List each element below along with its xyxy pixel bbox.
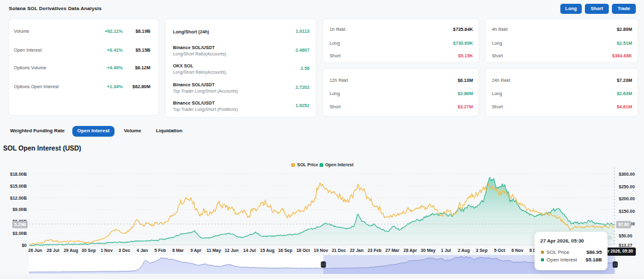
svg-text:11 May: 11 May: [206, 248, 221, 253]
svg-text:14 Jul: 14 Jul: [243, 248, 256, 253]
svg-text:3 Dec: 3 Dec: [119, 248, 131, 253]
svg-text:30 May: 30 May: [421, 248, 435, 253]
svg-text:4 Jan: 4 Jan: [136, 248, 148, 253]
svg-text:$50.00: $50.00: [619, 234, 633, 239]
svg-text:5.29B: 5.29B: [14, 222, 26, 227]
svg-text:2 Aug: 2 Aug: [458, 248, 470, 253]
svg-text:29 Aug: 29 Aug: [64, 248, 78, 253]
svg-text:$250.00: $250.00: [619, 185, 635, 190]
svg-text:$18.00B: $18.00B: [10, 172, 26, 177]
svg-text:15 Aug: 15 Aug: [260, 248, 275, 253]
svg-text:19 Nov: 19 Nov: [314, 248, 328, 253]
svg-text:28 Jul: 28 Jul: [47, 248, 59, 253]
svg-text:30 Sep: 30 Sep: [82, 248, 96, 253]
svg-text:27 Mar: 27 Mar: [386, 248, 399, 253]
svg-text:$9.00B: $9.00B: [13, 207, 27, 212]
svg-text:18 Oct: 18 Oct: [296, 248, 310, 253]
svg-text:$300.00: $300.00: [619, 172, 635, 177]
svg-text:5 Oct: 5 Oct: [494, 248, 506, 253]
svg-text:8 Mar: 8 Mar: [172, 248, 184, 253]
svg-text:26 Jun: 26 Jun: [28, 248, 42, 253]
svg-text:21 Dec: 21 Dec: [331, 248, 346, 253]
svg-text:5 Feb: 5 Feb: [155, 248, 166, 253]
svg-text:16 Sep: 16 Sep: [278, 248, 292, 253]
svg-text:1 Jul: 1 Jul: [441, 248, 451, 253]
svg-text:97.60: 97.60: [618, 222, 629, 227]
svg-text:$15.00B: $15.00B: [10, 184, 26, 189]
svg-text:28 Apr: 28 Apr: [404, 248, 418, 253]
svg-text:$150.00: $150.00: [619, 209, 635, 214]
svg-text:9 Apr: 9 Apr: [191, 248, 202, 253]
svg-text:$0: $0: [22, 243, 27, 248]
svg-text:12 Jun: 12 Jun: [225, 248, 238, 253]
svg-text:$12.00B: $12.00B: [10, 196, 26, 201]
svg-text:22 Jan: 22 Jan: [350, 248, 364, 253]
svg-text:23 Feb: 23 Feb: [367, 248, 381, 253]
svg-text:1 Nov: 1 Nov: [101, 248, 113, 253]
svg-text:3 Sep: 3 Sep: [476, 248, 488, 253]
svg-text:$3.00B: $3.00B: [13, 231, 27, 236]
svg-text:$200.00: $200.00: [619, 196, 635, 202]
svg-text:6 Nov: 6 Nov: [511, 248, 523, 253]
